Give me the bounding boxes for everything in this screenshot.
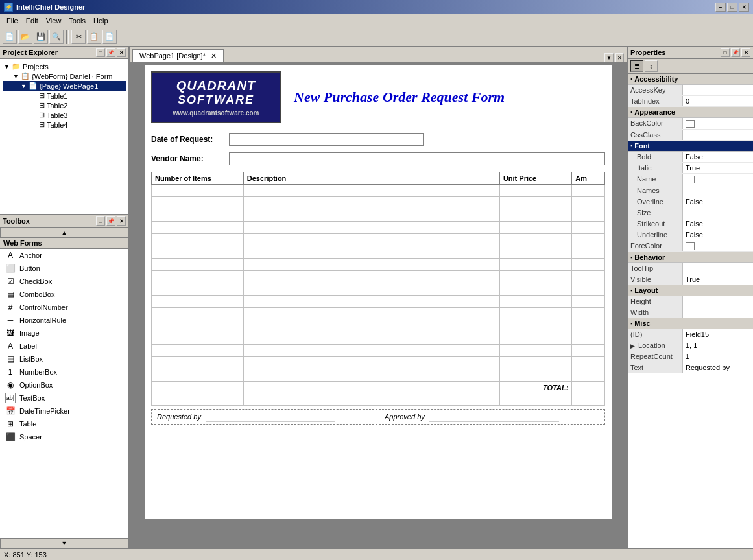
tb-close-btn[interactable]: ✕ [117,216,126,226]
maximize-button[interactable]: □ [727,3,737,12]
tree-toggle-projects[interactable]: ▼ [4,64,12,70]
price-cell[interactable] [499,283,571,296]
prop-section-layout[interactable]: ▪ Layout [628,285,753,296]
tb-restore-btn[interactable]: □ [96,216,105,226]
canvas-container[interactable]: QUADRANT SOFTWARE www.quadrantsoftware.c… [130,62,627,548]
toolbox-item-numberbox[interactable]: 1 NumberBox [0,366,128,379]
price-cell[interactable] [499,234,571,246]
desc-cell[interactable] [243,296,499,308]
amount-cell[interactable] [572,320,605,332]
amount-cell[interactable] [572,393,605,406]
price-cell[interactable] [499,209,571,222]
toolbox-item-controlnumber[interactable]: # ControlNumber [0,301,128,314]
items-cell[interactable] [152,185,244,197]
desc-cell[interactable] [243,222,499,234]
prop-id-value[interactable]: Field15 [683,329,753,340]
menu-tools[interactable]: Tools [65,16,90,26]
designer-close-btn[interactable]: ✕ [615,53,624,62]
toolbox-item-datetimepicker[interactable]: 📅 DateTimePicker [0,404,128,417]
prop-fontname-value[interactable] [683,174,753,185]
requested-by-input[interactable] [206,412,335,422]
prop-text-value[interactable]: Requested by [683,362,753,373]
price-cell[interactable] [499,332,571,345]
price-cell[interactable] [499,246,571,259]
amount-cell[interactable] [572,185,605,197]
vendor-input[interactable] [229,152,605,165]
prop-backcolor-value[interactable] [683,118,753,129]
approved-by-input[interactable] [429,412,559,422]
menu-file[interactable]: File [3,16,22,26]
prop-section-font[interactable]: ▪ Font [628,141,753,152]
prop-accesskey-value[interactable] [683,85,753,95]
prop-location-value[interactable]: 1, 1 [683,340,753,351]
menu-view[interactable]: View [42,16,66,26]
desc-cell[interactable] [243,357,499,369]
amount-cell[interactable] [572,283,605,296]
price-cell[interactable] [499,197,571,209]
items-cell[interactable] [152,209,244,222]
amount-cell[interactable] [572,209,605,222]
prop-underline-value[interactable]: False [683,229,753,240]
prop-visible-value[interactable]: True [683,274,753,285]
tree-table3[interactable]: ⊞ Table3 [3,110,126,120]
toolbox-item-checkbox[interactable]: ☑ CheckBox [0,275,128,288]
menu-help[interactable]: Help [90,16,112,26]
price-cell[interactable] [499,308,571,320]
tree-page[interactable]: ▼ 📄 {Page} WebPage1 [3,81,126,91]
desc-cell[interactable] [243,393,499,406]
tree-table1[interactable]: ⊞ Table1 [3,91,126,100]
prop-section-accessibility[interactable]: ▪ Accessibility [628,74,753,85]
prop-size-value[interactable] [683,207,753,218]
amount-cell[interactable] [572,246,605,259]
amount-cell[interactable] [572,222,605,234]
items-cell[interactable] [152,271,244,283]
desc-cell[interactable] [243,308,499,320]
pe-close-btn[interactable]: ✕ [117,48,126,57]
toolbar-search[interactable]: 🔍 [49,30,64,44]
amount-cell[interactable] [572,369,605,382]
desc-cell[interactable] [243,209,499,222]
desc-cell[interactable] [243,271,499,283]
prop-pin-btn[interactable]: 📌 [731,48,740,57]
price-cell[interactable] [499,357,571,369]
prop-close-btn[interactable]: ✕ [741,48,750,57]
prop-section-behavior[interactable]: ▪ Behavior [628,252,753,263]
items-cell[interactable] [152,246,244,259]
items-cell[interactable] [152,332,244,345]
items-cell[interactable] [152,234,244,246]
prop-bold-value[interactable]: False [683,152,753,162]
items-cell[interactable] [152,283,244,296]
items-cell[interactable] [152,222,244,234]
prop-fontnames-value[interactable] [683,185,753,196]
desc-cell[interactable] [243,246,499,259]
tb-pin-btn[interactable]: 📌 [106,216,115,226]
pe-restore-btn[interactable]: □ [96,48,105,57]
prop-cssclass-value[interactable] [683,130,753,140]
tree-table4[interactable]: ⊞ Table4 [3,120,126,130]
items-cell[interactable] [152,393,244,406]
toolbar-paste[interactable]: 📄 [102,30,117,44]
prop-sort-category-btn[interactable]: ≣ [630,60,643,72]
toolbox-item-image[interactable]: 🖼 Image [0,327,128,340]
desc-cell[interactable] [243,185,499,197]
tree-webform[interactable]: ▼ 📋 {WebForm} Daniel · Form [3,71,126,81]
tree-projects[interactable]: ▼ 📁 Projects [3,62,126,71]
toolbox-item-table[interactable]: ⊞ Table [0,417,128,430]
close-button[interactable]: ✕ [739,3,749,12]
menu-edit[interactable]: Edit [22,16,42,26]
prop-height-value[interactable] [683,296,753,307]
prop-overline-value[interactable]: False [683,196,753,207]
items-cell[interactable] [152,320,244,332]
desc-cell[interactable] [243,369,499,382]
toolbar-new[interactable]: 📄 [3,30,17,44]
tree-toggle-webform[interactable]: ▼ [13,73,21,80]
items-cell[interactable] [152,308,244,320]
tree-table2[interactable]: ⊞ Table2 [3,100,126,110]
price-cell[interactable] [499,222,571,234]
toolbox-scroll-up[interactable]: ▲ [0,228,128,238]
price-cell[interactable] [499,393,571,406]
location-expand-icon[interactable]: ▶ [630,343,635,349]
price-cell[interactable] [499,320,571,332]
prop-section-appearance[interactable]: ▪ Appearance [628,107,753,118]
pe-pin-btn[interactable]: 📌 [106,48,115,57]
